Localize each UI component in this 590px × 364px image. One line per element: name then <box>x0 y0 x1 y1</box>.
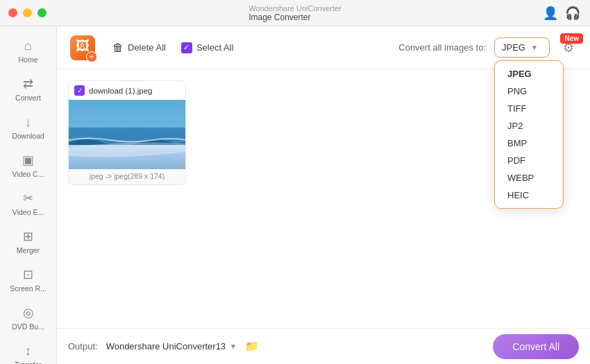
output-path-chevron-icon: ▼ <box>230 343 237 350</box>
select-all-checkbox[interactable]: ✓ <box>181 42 192 53</box>
convert-icon: ⇄ <box>21 76 36 92</box>
format-select-button[interactable]: JPEG ▼ <box>494 37 550 58</box>
screen-icon: ⊡ <box>21 267 36 282</box>
new-badge: New <box>560 33 583 44</box>
output-label: Output: <box>68 341 98 352</box>
format-option-png[interactable]: PNG <box>495 83 563 100</box>
select-all-label[interactable]: ✓ Select All <box>181 42 233 53</box>
add-files-button[interactable]: 🖼 <box>68 33 97 62</box>
convert-label: Convert all images to: <box>398 42 486 53</box>
minimize-button[interactable] <box>23 8 32 17</box>
close-button[interactable] <box>8 8 17 17</box>
content-area: 🖼 🗑 Delete All ✓ Select All Convert all … <box>57 26 590 364</box>
footer: Output: Wondershare UniConverter13 ▼ 📁 C… <box>57 328 590 364</box>
file-info: jpeg -> jpeg(289 x 174) <box>69 169 185 184</box>
file-thumbnail <box>69 100 185 169</box>
video-edit-icon: ✂ <box>21 191 36 206</box>
window-title: Wondershare UniConverter Image Converter <box>248 4 342 22</box>
home-icon: ⌂ <box>21 38 36 53</box>
add-files-icon: 🖼 <box>70 35 95 60</box>
headset-icon[interactable]: 🎧 <box>565 6 580 21</box>
delete-all-button[interactable]: 🗑 Delete All <box>106 37 173 58</box>
sidebar-item-dvd[interactable]: ◎ DVD Bu... <box>4 300 52 336</box>
file-checkbox[interactable]: ✓ <box>74 85 85 96</box>
format-selected-value: JPEG <box>502 42 525 53</box>
sidebar-item-download[interactable]: ↓ Download <box>4 109 52 146</box>
file-card: ✓ download (1).jpeg <box>68 80 186 185</box>
sidebar-item-merger[interactable]: ⊞ Merger <box>4 223 52 260</box>
format-option-pdf[interactable]: PDF <box>495 152 563 169</box>
user-icon[interactable]: 👤 <box>543 6 558 21</box>
sidebar-item-transfer[interactable]: ↕ Transfer <box>4 338 52 364</box>
maximize-button[interactable] <box>37 8 47 17</box>
window-controls[interactable] <box>8 8 47 17</box>
sidebar: ⌂ Home ⇄ Convert ↓ Download ▣ Video C...… <box>0 26 57 364</box>
folder-icon[interactable]: 📁 <box>245 340 259 353</box>
format-dropdown: JPEG PNG TIFF JP2 BMP PDF WEBP HEIC <box>494 60 564 209</box>
file-name: download (1).jpeg <box>89 87 152 95</box>
svg-rect-2 <box>69 152 185 169</box>
transfer-icon: ↕ <box>21 343 36 358</box>
sidebar-item-video-edit[interactable]: ✂ Video E... <box>4 185 52 222</box>
download-icon: ↓ <box>21 114 36 130</box>
video-comp-icon: ▣ <box>21 153 36 168</box>
toolbar: 🖼 🗑 Delete All ✓ Select All Convert all … <box>57 26 590 69</box>
format-dropdown-wrapper: JPEG ▼ JPEG PNG TIFF JP2 BMP PDF WEBP HE… <box>494 37 550 58</box>
file-card-header: ✓ download (1).jpeg <box>69 81 185 100</box>
trash-icon: 🗑 <box>112 42 124 54</box>
sidebar-item-convert[interactable]: ⇄ Convert <box>4 71 52 107</box>
sidebar-item-screen[interactable]: ⊡ Screen R... <box>4 261 52 298</box>
dvd-icon: ◎ <box>21 305 36 320</box>
format-option-tiff[interactable]: TIFF <box>495 100 563 117</box>
sidebar-item-video-comp[interactable]: ▣ Video C... <box>4 147 52 184</box>
format-option-bmp[interactable]: BMP <box>495 135 563 152</box>
main-container: ⌂ Home ⇄ Convert ↓ Download ▣ Video C...… <box>0 26 590 364</box>
sidebar-item-home[interactable]: ⌂ Home <box>4 33 52 69</box>
format-option-jp2[interactable]: JP2 <box>495 117 563 135</box>
merger-icon: ⊞ <box>21 229 36 244</box>
title-bar: Wondershare UniConverter Image Converter… <box>0 0 590 26</box>
beach-image <box>69 100 185 169</box>
output-path[interactable]: Wondershare UniConverter13 ▼ <box>106 341 237 352</box>
format-option-webp[interactable]: WEBP <box>495 169 563 187</box>
output-path-text: Wondershare UniConverter13 <box>106 341 226 352</box>
format-option-heic[interactable]: HEIC <box>495 187 563 204</box>
convert-all-button[interactable]: Convert All <box>493 334 579 359</box>
svg-rect-1 <box>69 128 185 169</box>
chevron-down-icon: ▼ <box>531 44 538 51</box>
format-option-jpeg[interactable]: JPEG <box>495 65 563 83</box>
